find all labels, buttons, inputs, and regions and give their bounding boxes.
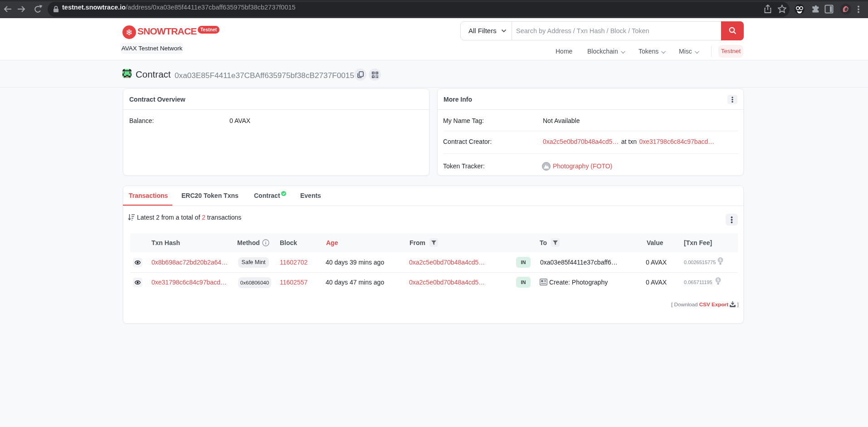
svg-text:$: $ xyxy=(717,278,719,282)
svg-text:$: $ xyxy=(719,258,722,262)
svg-text:❄: ❄ xyxy=(126,28,133,37)
